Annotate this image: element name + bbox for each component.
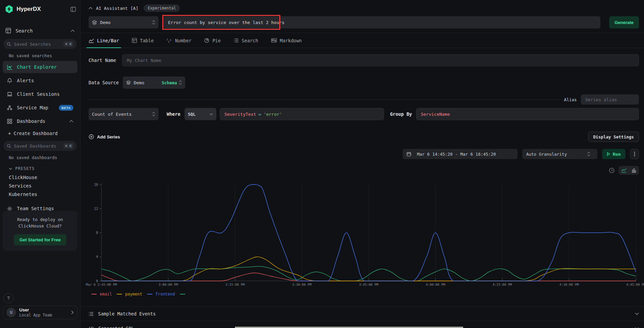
tab-label: Number xyxy=(175,38,192,43)
sidebar-item-label: Team Settings xyxy=(17,206,73,211)
legend-item[interactable]: frontend xyxy=(147,292,175,297)
run-button[interactable]: Run xyxy=(602,149,625,159)
search-icon xyxy=(7,42,11,46)
where-expression-input[interactable]: SeverityText = 'error' xyxy=(220,108,384,120)
legend-label: email xyxy=(100,292,112,297)
create-dashboard-link[interactable]: + Create Dashboard xyxy=(0,127,80,137)
legend-dash xyxy=(180,294,185,294)
no-saved-searches-text: No saved searches xyxy=(0,49,80,60)
tab-pie[interactable]: Pie xyxy=(204,33,220,48)
chevron-right-icon xyxy=(71,310,74,314)
where-operator: = xyxy=(259,112,261,117)
group-by-input[interactable]: ServiceName xyxy=(416,108,639,120)
preset-services[interactable]: Services xyxy=(0,180,80,189)
sidebar-collapse-icon[interactable] xyxy=(70,6,76,12)
sidebar-item-dashboards[interactable]: Dashboards xyxy=(3,115,77,127)
sidebar-section-search[interactable]: Search xyxy=(0,24,80,37)
list-icon xyxy=(234,38,239,43)
help-button[interactable]: ? xyxy=(3,293,14,303)
legend-item[interactable]: payment xyxy=(117,292,142,297)
tab-table[interactable]: Table xyxy=(132,33,154,48)
chart[interactable]: 0481216Mar 6 2:45:00 PM3:00:00 PM3:15:00… xyxy=(80,180,644,289)
ai-assistant-title: AI Assistant [A] xyxy=(96,6,138,11)
experimental-badge: Experimental xyxy=(144,4,180,12)
tab-number[interactable]: 123 Number xyxy=(167,33,192,48)
aggregation-select[interactable]: Count of Events xyxy=(89,108,159,120)
chart-name-input[interactable] xyxy=(122,54,639,66)
granularity-select[interactable]: Auto Granularity xyxy=(522,149,597,159)
search-icon xyxy=(7,144,11,148)
kebab-icon xyxy=(634,152,635,156)
saved-dashboards-input[interactable]: Saved Dashboards ⌘ K xyxy=(3,141,77,151)
preset-kubernetes[interactable]: Kubernetes xyxy=(0,189,80,197)
ai-assistant-header[interactable]: AI Assistant [A] Experimental xyxy=(80,4,644,13)
sidebar-item-label: Dashboards xyxy=(17,118,69,124)
tab-markdown[interactable]: Markdown xyxy=(271,33,302,48)
section-label: Sample Matched Events xyxy=(98,311,635,316)
avatar: U xyxy=(6,308,16,317)
chevron-up-icon xyxy=(89,7,93,9)
more-options-button[interactable] xyxy=(630,149,639,159)
sidebar-search-label: Search xyxy=(16,28,71,34)
user-name: User xyxy=(19,307,71,313)
bar-chart-toggle[interactable] xyxy=(629,166,639,175)
select-chevrons-icon xyxy=(179,80,182,85)
data-source-icon xyxy=(92,20,97,25)
preset-clickhouse[interactable]: ClickHouse xyxy=(0,172,80,180)
sidebar-item-chart-explorer[interactable]: Chart Explorer xyxy=(3,61,77,73)
alias-label: Alias xyxy=(564,97,577,102)
line-chart-toggle[interactable] xyxy=(619,166,629,175)
code-icon xyxy=(89,326,94,328)
line-chart-icon xyxy=(89,38,94,43)
legend-item[interactable]: email xyxy=(91,292,112,297)
markdown-icon xyxy=(271,38,277,43)
horizontal-scrollbar[interactable] xyxy=(235,327,463,328)
svg-text:4:30:00 PM: 4:30:00 PM xyxy=(559,283,579,286)
svg-text:3:15:00 PM: 3:15:00 PM xyxy=(225,283,245,286)
svg-text:3:45:00 PM: 3:45:00 PM xyxy=(359,283,378,286)
sidebar-item-client-sessions[interactable]: Client Sessions xyxy=(3,88,77,100)
data-source-select[interactable]: Demo Schema xyxy=(123,76,185,89)
user-menu[interactable]: U User Local App Team xyxy=(3,306,77,319)
legend-dash xyxy=(117,294,122,294)
display-settings-button[interactable]: Display Settings xyxy=(588,132,639,142)
tab-line-bar[interactable]: Line/Bar xyxy=(89,33,119,48)
schema-link[interactable]: Schema xyxy=(162,80,177,85)
alias-input[interactable] xyxy=(581,94,639,105)
play-icon xyxy=(607,152,610,156)
sample-matched-events-toggle[interactable]: Sample Matched Events xyxy=(89,307,639,321)
where-field: SeverityText xyxy=(224,112,256,117)
svg-text:8: 8 xyxy=(96,231,98,235)
tab-search[interactable]: Search xyxy=(234,33,258,48)
chart-type-tabs: Line/Bar Table 123 Number Pie Search Mar… xyxy=(80,33,644,48)
chevron-down-icon xyxy=(9,168,12,170)
chevron-down-icon xyxy=(210,113,213,115)
ai-prompt-input[interactable] xyxy=(163,16,600,28)
tab-label: Line/Bar xyxy=(97,38,119,43)
sidebar-item-service-map[interactable]: Service Map BETA xyxy=(3,102,77,114)
hyperdx-logo-icon xyxy=(5,5,14,14)
get-started-button[interactable]: Get Started for Free xyxy=(14,234,66,245)
data-source-label: Data Source xyxy=(89,80,119,85)
saved-searches-placeholder: Saved Searches xyxy=(14,42,64,47)
generate-button[interactable]: Generate xyxy=(609,16,639,28)
bar-chart-icon xyxy=(631,168,636,173)
legend-item[interactable] xyxy=(180,294,185,294)
time-range-picker[interactable]: Mar 6 14:45:20 - Mar 6 16:45:20 xyxy=(403,149,518,159)
clock-icon xyxy=(609,168,615,173)
saved-searches-input[interactable]: Saved Searches ⌘ K xyxy=(3,39,77,49)
language-select[interactable]: SQL xyxy=(185,108,216,120)
bell-icon xyxy=(7,78,13,84)
time-format-toggle[interactable] xyxy=(609,168,615,173)
svg-text:3:30:00 PM: 3:30:00 PM xyxy=(292,283,311,286)
ai-source-select[interactable]: Demo xyxy=(89,16,159,28)
sample-matched-events-section: Sample Matched Events xyxy=(80,306,644,321)
number-icon: 123 xyxy=(167,38,172,43)
legend-label: frontend xyxy=(156,292,175,297)
chart-explorer-icon xyxy=(7,64,13,70)
add-series-button[interactable]: Add Series xyxy=(89,134,120,139)
sidebar-item-alerts[interactable]: Alerts xyxy=(3,74,77,87)
gear-icon xyxy=(7,206,13,212)
chart-name-label: Chart Name xyxy=(89,58,116,63)
presets-toggle[interactable]: PRESETS xyxy=(0,161,80,172)
